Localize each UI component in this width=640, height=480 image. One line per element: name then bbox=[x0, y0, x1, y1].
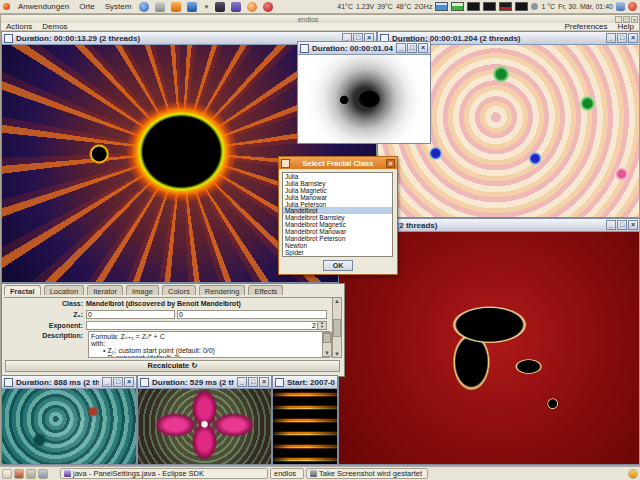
dialog-list-item[interactable]: Mandelbrot Magnetic bbox=[283, 221, 392, 228]
taskbar-icon-2[interactable] bbox=[14, 469, 24, 479]
dialog-titlebar[interactable]: Select Fractal Class × bbox=[279, 157, 397, 169]
spinner-down-icon[interactable]: ▼ bbox=[320, 325, 324, 329]
dialog-list-item[interactable]: Julia Manowar bbox=[283, 194, 392, 201]
dialog-list-item[interactable]: Newton bbox=[283, 242, 392, 249]
exponent-spinner[interactable]: ▲ ▼ bbox=[318, 321, 327, 330]
fractal-canvas-teal[interactable] bbox=[2, 389, 136, 464]
scrollbar-thumb[interactable] bbox=[323, 333, 331, 343]
taskbar-icon-4[interactable] bbox=[38, 469, 48, 479]
launcher-icon-2[interactable] bbox=[155, 2, 165, 12]
maximize-icon[interactable]: □ bbox=[407, 43, 417, 53]
dialog-list-item[interactable]: Mandelbrot bbox=[283, 207, 392, 214]
show-desktop-icon[interactable] bbox=[2, 469, 12, 479]
launcher-icon-8[interactable] bbox=[263, 2, 273, 12]
minimize-icon[interactable]: _ bbox=[237, 377, 247, 387]
panel-meter-1[interactable] bbox=[435, 2, 448, 11]
scroll-down-icon[interactable]: ▼ bbox=[324, 350, 330, 356]
dialog-list-item[interactable]: Julia Peterson bbox=[283, 201, 392, 208]
dialog-list-item[interactable]: Spider bbox=[283, 249, 392, 256]
description-area[interactable]: Formula: Zₙ₊₁ = Zₙᴾ + C with: • Z₀: cust… bbox=[88, 331, 330, 358]
panel-meter-4[interactable] bbox=[483, 2, 496, 11]
panel-meter-3[interactable] bbox=[467, 2, 480, 11]
dialog-list-item[interactable]: Julia Barnsley bbox=[283, 180, 392, 187]
frame-flower-titlebar[interactable]: Duration: 529 ms (2 threads) _ □ × bbox=[138, 376, 271, 389]
maximize-icon[interactable]: □ bbox=[248, 377, 258, 387]
task-label: endlos bbox=[274, 469, 296, 478]
applications-menu[interactable]: Anwendungen bbox=[16, 2, 71, 11]
menu-preferences[interactable]: Preferences bbox=[559, 22, 612, 31]
tab-fractal[interactable]: Fractal bbox=[4, 285, 41, 295]
taskbar-icon-3[interactable] bbox=[26, 469, 36, 479]
recalculate-button[interactable]: Recalculate ↻ bbox=[5, 360, 340, 372]
settings-scrollbar[interactable]: ▲ ▼ bbox=[332, 297, 342, 358]
tab-colors[interactable]: Colors bbox=[162, 285, 196, 295]
minimize-icon[interactable]: _ bbox=[606, 220, 616, 230]
dialog-list-item[interactable]: Julia bbox=[283, 173, 392, 180]
z0-im-field[interactable] bbox=[177, 310, 327, 319]
task-label: java - PanelSettings.java - Eclipse SDK bbox=[73, 469, 204, 478]
launcher-icon-1[interactable] bbox=[139, 2, 149, 12]
close-icon[interactable]: × bbox=[259, 377, 269, 387]
ok-button[interactable]: OK bbox=[323, 260, 353, 271]
panel-meter-5[interactable] bbox=[499, 2, 512, 11]
tab-rendering[interactable]: Rendering bbox=[199, 285, 246, 295]
minimize-icon[interactable]: _ bbox=[396, 43, 406, 53]
dialog-close-icon[interactable]: × bbox=[386, 159, 395, 168]
maximize-icon[interactable]: □ bbox=[617, 33, 627, 43]
close-icon[interactable]: × bbox=[628, 220, 638, 230]
menu-help[interactable]: Help bbox=[613, 22, 639, 31]
frame-mini-titlebar[interactable]: Duration: 00:00:01.048 (2 threads) _ □ × bbox=[298, 42, 430, 55]
frame-stars-titlebar[interactable]: Start: 2007-03-30 0 bbox=[273, 376, 337, 389]
close-icon[interactable]: × bbox=[628, 33, 638, 43]
fractal-canvas-flower[interactable] bbox=[138, 389, 271, 464]
task-endlos[interactable]: endlos bbox=[270, 468, 304, 479]
z0-re-field[interactable] bbox=[86, 310, 175, 319]
fractal-canvas-mini[interactable] bbox=[298, 55, 430, 143]
maximize-icon[interactable]: □ bbox=[617, 220, 627, 230]
minimize-icon[interactable]: _ bbox=[102, 377, 112, 387]
tab-iterator[interactable]: Iterator bbox=[87, 285, 123, 295]
menu-expander-icon[interactable]: ▼ bbox=[203, 4, 209, 10]
launcher-icon-5[interactable] bbox=[215, 2, 225, 12]
window-selector-icon[interactable] bbox=[616, 2, 625, 11]
dialog-list-item[interactable]: Mandelbrot Manowar bbox=[283, 228, 392, 235]
scroll-down-icon[interactable]: ▼ bbox=[334, 351, 340, 357]
dialog-list-item[interactable]: Mandelbrot Barnsley bbox=[283, 214, 392, 221]
weather-temp[interactable]: 1 °C bbox=[541, 3, 555, 10]
logout-icon[interactable] bbox=[628, 2, 637, 11]
menu-demos[interactable]: Demos bbox=[37, 22, 72, 31]
panel-meter-6[interactable] bbox=[515, 2, 528, 11]
fractal-canvas-stars[interactable] bbox=[273, 389, 337, 464]
places-menu[interactable]: Orte bbox=[77, 2, 97, 11]
task-eclipse[interactable]: java - PanelSettings.java - Eclipse SDK bbox=[60, 468, 268, 479]
menu-actions[interactable]: Actions bbox=[1, 22, 37, 31]
weather-icon[interactable] bbox=[531, 3, 538, 10]
scroll-up-icon[interactable]: ▲ bbox=[334, 298, 340, 304]
notification-icon[interactable] bbox=[628, 469, 638, 479]
clock[interactable]: Fr, 30. Mär, 01:40 bbox=[558, 3, 613, 10]
dialog-list-item[interactable]: Mandelbrot Peterson bbox=[283, 235, 392, 242]
tab-effects[interactable]: Effects bbox=[248, 285, 283, 295]
close-icon[interactable]: × bbox=[124, 377, 134, 387]
endlos-titlebar[interactable]: endlos _ □ × bbox=[1, 15, 639, 23]
dialog-list-item[interactable]: Julia Magnetic bbox=[283, 187, 392, 194]
minimize-icon[interactable]: _ bbox=[606, 33, 616, 43]
launcher-icon-4[interactable] bbox=[187, 2, 197, 12]
maximize-icon[interactable]: □ bbox=[113, 377, 123, 387]
system-menu[interactable]: System bbox=[103, 2, 134, 11]
tab-image[interactable]: Image bbox=[126, 285, 159, 295]
launcher-icon-6[interactable] bbox=[231, 2, 241, 12]
task-screenshot[interactable]: Take Screenshot wird gestartet bbox=[306, 468, 428, 479]
panel-meter-2[interactable] bbox=[451, 2, 464, 11]
frame-teal: Duration: 888 ms (2 threads) _ □ × bbox=[1, 375, 137, 465]
launcher-icon-3[interactable] bbox=[171, 2, 181, 12]
exponent-field[interactable] bbox=[86, 321, 318, 330]
distro-logo-icon[interactable] bbox=[3, 3, 10, 10]
frame-teal-titlebar[interactable]: Duration: 888 ms (2 threads) _ □ × bbox=[2, 376, 136, 389]
description-scrollbar[interactable]: ▼ bbox=[322, 332, 332, 357]
tab-location[interactable]: Location bbox=[44, 285, 84, 295]
launcher-icon-7[interactable] bbox=[247, 2, 257, 12]
class-label: Class: bbox=[2, 300, 86, 307]
close-icon[interactable]: × bbox=[418, 43, 428, 53]
scrollbar-thumb[interactable] bbox=[333, 319, 341, 337]
